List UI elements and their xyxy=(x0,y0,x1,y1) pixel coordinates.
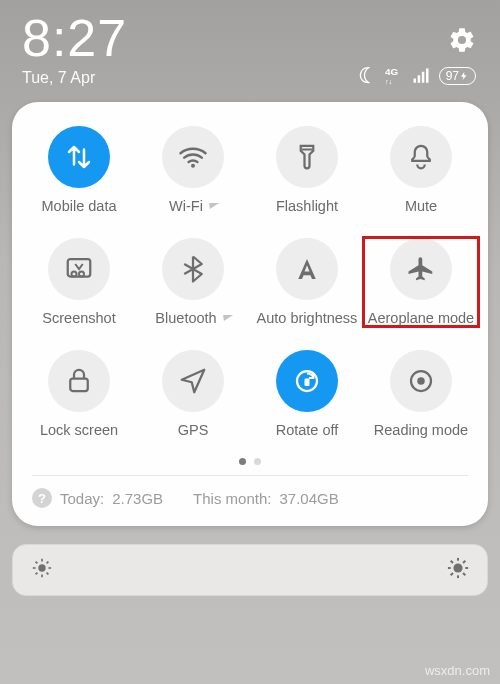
rotate-off-toggle[interactable] xyxy=(276,350,338,412)
reading-mode-label: Reading mode xyxy=(374,422,468,438)
mobile-data-label: Mobile data xyxy=(42,198,117,214)
lock-screen-icon xyxy=(64,366,94,396)
auto-brightness-label: Auto brightness xyxy=(257,310,358,326)
dnd-icon xyxy=(357,66,377,86)
tile-reading-mode[interactable]: Reading mode xyxy=(364,350,478,438)
svg-line-9 xyxy=(47,562,49,564)
mobile-data-icon xyxy=(64,142,94,172)
mute-label: Mute xyxy=(405,198,437,214)
reading-mode-icon xyxy=(406,366,436,396)
quick-settings-panel: Mobile dataWi-FiFlashlightMuteScreenshot… xyxy=(12,102,488,526)
reading-mode-toggle[interactable] xyxy=(390,350,452,412)
bluetooth-icon xyxy=(178,254,208,284)
tile-wifi[interactable]: Wi-Fi xyxy=(136,126,250,214)
expand-icon xyxy=(205,203,219,209)
gps-label: GPS xyxy=(178,422,209,438)
tile-mobile-data[interactable]: Mobile data xyxy=(22,126,136,214)
wifi-toggle[interactable] xyxy=(162,126,224,188)
tile-lock-screen[interactable]: Lock screen xyxy=(22,350,136,438)
usage-month-label: This month: xyxy=(193,490,271,507)
tile-aeroplane-mode[interactable]: Aeroplane mode xyxy=(364,238,478,326)
brightness-high-icon xyxy=(447,557,469,583)
auto-brightness-icon xyxy=(292,254,322,284)
lock-screen-toggle[interactable] xyxy=(48,350,110,412)
usage-today-label: Today: xyxy=(60,490,104,507)
pager-dot-0 xyxy=(239,458,246,465)
auto-brightness-toggle[interactable] xyxy=(276,238,338,300)
wifi-icon xyxy=(178,142,208,172)
screenshot-icon xyxy=(64,254,94,284)
tile-screenshot[interactable]: Screenshot xyxy=(22,238,136,326)
svg-line-10 xyxy=(36,573,38,575)
status-bar: 8:27 Tue, 7 Apr 4G↑↓ 97 xyxy=(0,8,500,88)
rotate-off-label: Rotate off xyxy=(276,422,339,438)
gps-icon xyxy=(178,366,208,396)
tile-mute[interactable]: Mute xyxy=(364,126,478,214)
brightness-slider[interactable] xyxy=(12,544,488,596)
tile-flashlight[interactable]: Flashlight xyxy=(250,126,364,214)
aeroplane-mode-icon xyxy=(406,254,436,284)
screen: 8:27 Tue, 7 Apr 4G↑↓ 97 Mobile dataWi-Fi… xyxy=(0,0,500,684)
svg-text:4G: 4G xyxy=(385,66,398,77)
tile-bluetooth[interactable]: Bluetooth xyxy=(136,238,250,326)
pager-dot-1 xyxy=(254,458,261,465)
expand-icon xyxy=(219,315,233,321)
mute-icon xyxy=(406,142,436,172)
svg-line-17 xyxy=(463,573,465,575)
usage-today-value: 2.73GB xyxy=(112,490,163,507)
pager[interactable] xyxy=(22,458,478,465)
rotate-off-icon xyxy=(292,366,322,396)
brightness-low-icon xyxy=(31,557,53,583)
mute-toggle[interactable] xyxy=(390,126,452,188)
lock-screen-label: Lock screen xyxy=(40,422,118,438)
wifi-label: Wi-Fi xyxy=(169,198,217,214)
svg-line-8 xyxy=(47,573,49,575)
mobile-data-toggle[interactable] xyxy=(48,126,110,188)
aeroplane-mode-toggle[interactable] xyxy=(390,238,452,300)
settings-icon xyxy=(448,26,476,54)
bluetooth-toggle[interactable] xyxy=(162,238,224,300)
tile-rotate-off[interactable]: Rotate off xyxy=(250,350,364,438)
svg-line-7 xyxy=(36,562,38,564)
status-icons: 4G↑↓ 97 xyxy=(357,66,476,86)
gps-toggle[interactable] xyxy=(162,350,224,412)
settings-button[interactable] xyxy=(448,26,476,58)
svg-line-18 xyxy=(463,561,465,563)
clock: 8:27 xyxy=(22,12,127,64)
data-usage-row[interactable]: ? Today: 2.73GB This month: 37.04GB xyxy=(22,476,478,516)
flashlight-icon xyxy=(292,142,322,172)
screenshot-label: Screenshot xyxy=(42,310,115,326)
svg-line-19 xyxy=(451,573,453,575)
watermark: wsxdn.com xyxy=(425,663,490,678)
flashlight-toggle[interactable] xyxy=(276,126,338,188)
svg-point-11 xyxy=(453,563,462,572)
tile-auto-brightness[interactable]: Auto brightness xyxy=(250,238,364,326)
info-icon: ? xyxy=(32,488,52,508)
svg-point-2 xyxy=(38,564,45,571)
screenshot-toggle[interactable] xyxy=(48,238,110,300)
usage-month-value: 37.04GB xyxy=(279,490,338,507)
aeroplane-mode-label: Aeroplane mode xyxy=(368,310,474,326)
date: Tue, 7 Apr xyxy=(22,70,127,86)
flashlight-label: Flashlight xyxy=(276,198,338,214)
network-type: 4G↑↓ xyxy=(385,66,403,86)
svg-text:↑↓: ↑↓ xyxy=(385,77,392,86)
svg-line-16 xyxy=(451,561,453,563)
bluetooth-label: Bluetooth xyxy=(155,310,230,326)
tile-gps[interactable]: GPS xyxy=(136,350,250,438)
battery-level: 97 xyxy=(439,67,476,85)
signal-icon xyxy=(411,66,431,86)
tiles-grid: Mobile dataWi-FiFlashlightMuteScreenshot… xyxy=(22,126,478,438)
